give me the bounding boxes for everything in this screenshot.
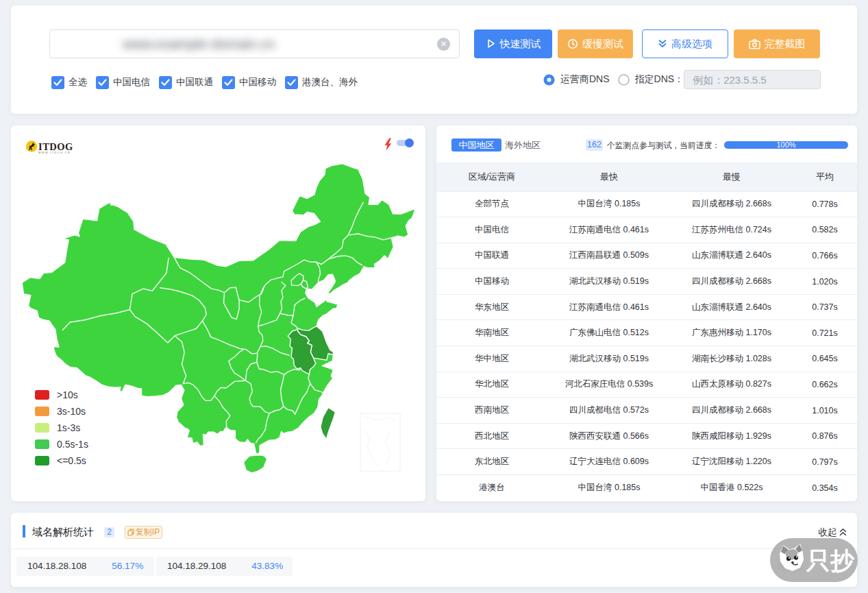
svg-text:WWW.ITDOG.CN: WWW.ITDOG.CN — [38, 152, 71, 154]
svg-text:ITDOG: ITDOG — [38, 141, 73, 152]
